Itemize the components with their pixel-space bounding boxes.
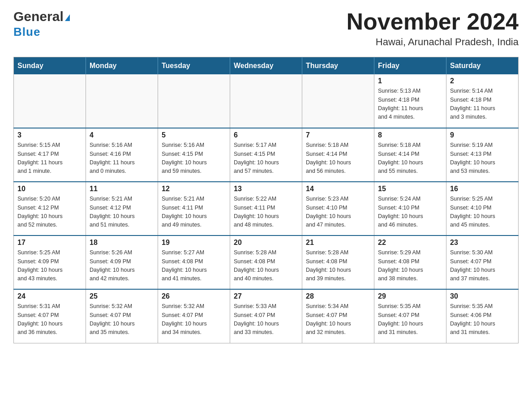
day-info: Sunrise: 5:32 AMSunset: 4:07 PMDaylight:…: [162, 302, 226, 337]
day-number: 22: [378, 239, 442, 247]
day-number: 19: [162, 239, 226, 247]
day-number: 7: [306, 131, 370, 139]
calendar-cell: 5Sunrise: 5:16 AMSunset: 4:15 PMDaylight…: [158, 128, 230, 182]
day-info: Sunrise: 5:18 AMSunset: 4:14 PMDaylight:…: [378, 141, 442, 176]
calendar-cell: 9Sunrise: 5:19 AMSunset: 4:13 PMDaylight…: [446, 128, 519, 182]
day-info: Sunrise: 5:20 AMSunset: 4:12 PMDaylight:…: [17, 195, 82, 230]
day-number: 9: [450, 131, 515, 139]
day-info: Sunrise: 5:32 AMSunset: 4:07 PMDaylight:…: [90, 302, 154, 337]
day-number: 2: [450, 77, 515, 85]
col-friday: Friday: [374, 57, 446, 75]
day-number: 26: [162, 292, 226, 300]
calendar-cell: 29Sunrise: 5:35 AMSunset: 4:07 PMDayligh…: [374, 289, 446, 343]
day-info: Sunrise: 5:35 AMSunset: 4:06 PMDaylight:…: [450, 302, 515, 337]
day-number: 15: [378, 185, 442, 193]
calendar-cell: 23Sunrise: 5:30 AMSunset: 4:07 PMDayligh…: [446, 235, 519, 289]
calendar-cell: 3Sunrise: 5:15 AMSunset: 4:17 PMDaylight…: [14, 128, 86, 182]
day-info: Sunrise: 5:23 AMSunset: 4:10 PMDaylight:…: [306, 195, 370, 230]
day-number: 10: [17, 185, 82, 193]
calendar-cell: 28Sunrise: 5:34 AMSunset: 4:07 PMDayligh…: [302, 289, 374, 343]
calendar-cell: [230, 74, 302, 128]
day-number: 12: [162, 185, 226, 193]
day-info: Sunrise: 5:21 AMSunset: 4:11 PMDaylight:…: [162, 195, 226, 230]
calendar-cell: 8Sunrise: 5:18 AMSunset: 4:14 PMDaylight…: [374, 128, 446, 182]
logo-triangle-icon: [65, 14, 70, 21]
day-number: 30: [450, 292, 515, 300]
calendar-cell: 11Sunrise: 5:21 AMSunset: 4:12 PMDayligh…: [86, 182, 158, 235]
calendar-cell: 13Sunrise: 5:22 AMSunset: 4:11 PMDayligh…: [230, 182, 302, 235]
calendar-cell: 12Sunrise: 5:21 AMSunset: 4:11 PMDayligh…: [158, 182, 230, 235]
month-title: November 2024: [347, 9, 519, 34]
day-info: Sunrise: 5:13 AMSunset: 4:18 PMDaylight:…: [378, 87, 442, 122]
day-info: Sunrise: 5:15 AMSunset: 4:17 PMDaylight:…: [17, 141, 82, 176]
day-info: Sunrise: 5:19 AMSunset: 4:13 PMDaylight:…: [450, 141, 515, 176]
calendar-week-2: 3Sunrise: 5:15 AMSunset: 4:17 PMDaylight…: [14, 128, 519, 182]
col-thursday: Thursday: [302, 57, 374, 75]
logo: General Blue: [13, 9, 70, 39]
col-wednesday: Wednesday: [230, 57, 302, 75]
calendar-cell: 2Sunrise: 5:14 AMSunset: 4:18 PMDaylight…: [446, 74, 519, 128]
col-saturday: Saturday: [446, 57, 519, 75]
logo-general-text: General: [13, 9, 70, 24]
calendar-cell: 6Sunrise: 5:17 AMSunset: 4:15 PMDaylight…: [230, 128, 302, 182]
day-info: Sunrise: 5:34 AMSunset: 4:07 PMDaylight:…: [306, 302, 370, 337]
calendar-cell: 10Sunrise: 5:20 AMSunset: 4:12 PMDayligh…: [14, 182, 86, 235]
day-number: 21: [306, 239, 370, 247]
calendar-week-3: 10Sunrise: 5:20 AMSunset: 4:12 PMDayligh…: [14, 182, 519, 235]
day-info: Sunrise: 5:26 AMSunset: 4:09 PMDaylight:…: [90, 248, 154, 283]
calendar-cell: 1Sunrise: 5:13 AMSunset: 4:18 PMDaylight…: [374, 74, 446, 128]
day-info: Sunrise: 5:27 AMSunset: 4:08 PMDaylight:…: [162, 248, 226, 283]
location-title: Hawai, Arunachal Pradesh, India: [347, 36, 519, 48]
calendar-cell: [158, 74, 230, 128]
day-info: Sunrise: 5:17 AMSunset: 4:15 PMDaylight:…: [234, 141, 298, 176]
day-info: Sunrise: 5:28 AMSunset: 4:08 PMDaylight:…: [234, 248, 298, 283]
day-number: 29: [378, 292, 442, 300]
calendar-cell: [86, 74, 158, 128]
calendar-week-4: 17Sunrise: 5:25 AMSunset: 4:09 PMDayligh…: [14, 235, 519, 289]
day-number: 20: [234, 239, 298, 247]
calendar-cell: [14, 74, 86, 128]
day-number: 8: [378, 131, 442, 139]
day-number: 13: [234, 185, 298, 193]
calendar-cell: 15Sunrise: 5:24 AMSunset: 4:10 PMDayligh…: [374, 182, 446, 235]
day-number: 17: [17, 239, 82, 247]
day-number: 16: [450, 185, 515, 193]
calendar-table: Sunday Monday Tuesday Wednesday Thursday…: [13, 57, 519, 343]
logo-general: General: [13, 9, 64, 24]
day-number: 28: [306, 292, 370, 300]
calendar-cell: 4Sunrise: 5:16 AMSunset: 4:16 PMDaylight…: [86, 128, 158, 182]
day-number: 3: [17, 131, 82, 139]
calendar-cell: 24Sunrise: 5:31 AMSunset: 4:07 PMDayligh…: [14, 289, 86, 343]
calendar-cell: 26Sunrise: 5:32 AMSunset: 4:07 PMDayligh…: [158, 289, 230, 343]
calendar-cell: 19Sunrise: 5:27 AMSunset: 4:08 PMDayligh…: [158, 235, 230, 289]
calendar-cell: 21Sunrise: 5:28 AMSunset: 4:08 PMDayligh…: [302, 235, 374, 289]
day-number: 27: [234, 292, 298, 300]
day-number: 5: [162, 131, 226, 139]
title-block: November 2024 Hawai, Arunachal Pradesh, …: [347, 9, 519, 48]
day-info: Sunrise: 5:29 AMSunset: 4:08 PMDaylight:…: [378, 248, 442, 283]
day-number: 18: [90, 239, 154, 247]
calendar-cell: 16Sunrise: 5:25 AMSunset: 4:10 PMDayligh…: [446, 182, 519, 235]
day-info: Sunrise: 5:35 AMSunset: 4:07 PMDaylight:…: [378, 302, 442, 337]
day-number: 25: [90, 292, 154, 300]
day-number: 6: [234, 131, 298, 139]
calendar-cell: 7Sunrise: 5:18 AMSunset: 4:14 PMDaylight…: [302, 128, 374, 182]
day-number: 1: [378, 77, 442, 85]
calendar-cell: 22Sunrise: 5:29 AMSunset: 4:08 PMDayligh…: [374, 235, 446, 289]
day-info: Sunrise: 5:22 AMSunset: 4:11 PMDaylight:…: [234, 195, 298, 230]
calendar-header-row: Sunday Monday Tuesday Wednesday Thursday…: [14, 57, 519, 75]
day-info: Sunrise: 5:14 AMSunset: 4:18 PMDaylight:…: [450, 87, 515, 122]
col-monday: Monday: [86, 57, 158, 75]
logo-blue-text: Blue: [13, 25, 40, 39]
day-info: Sunrise: 5:33 AMSunset: 4:07 PMDaylight:…: [234, 302, 298, 337]
day-info: Sunrise: 5:25 AMSunset: 4:09 PMDaylight:…: [17, 248, 82, 283]
page-header: General Blue November 2024 Hawai, Arunac…: [13, 9, 519, 48]
col-sunday: Sunday: [14, 57, 86, 75]
day-info: Sunrise: 5:24 AMSunset: 4:10 PMDaylight:…: [378, 195, 442, 230]
day-number: 14: [306, 185, 370, 193]
day-number: 24: [17, 292, 82, 300]
calendar-cell: [302, 74, 374, 128]
calendar-cell: 17Sunrise: 5:25 AMSunset: 4:09 PMDayligh…: [14, 235, 86, 289]
day-info: Sunrise: 5:31 AMSunset: 4:07 PMDaylight:…: [17, 302, 82, 337]
calendar-cell: 20Sunrise: 5:28 AMSunset: 4:08 PMDayligh…: [230, 235, 302, 289]
